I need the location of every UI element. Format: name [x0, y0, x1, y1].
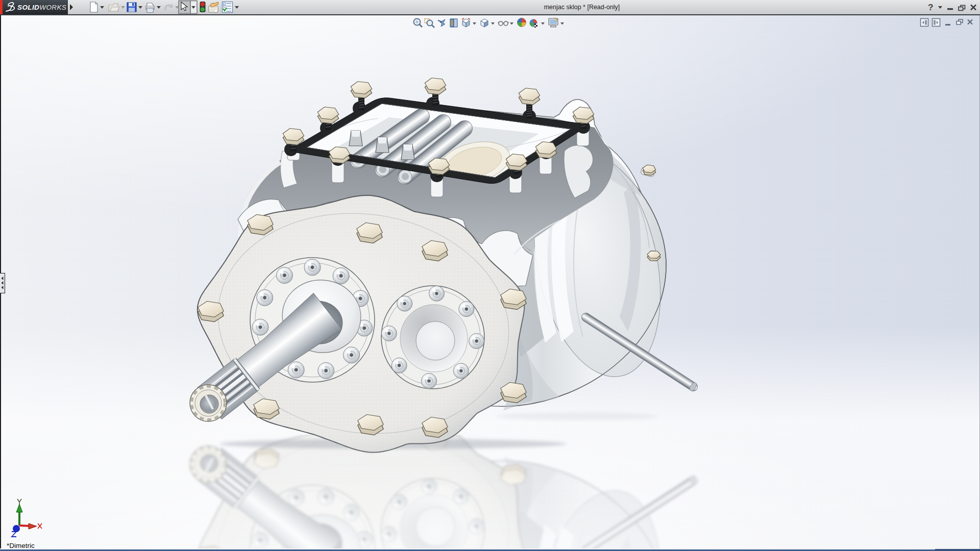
svg-text:?: ?	[928, 3, 933, 12]
